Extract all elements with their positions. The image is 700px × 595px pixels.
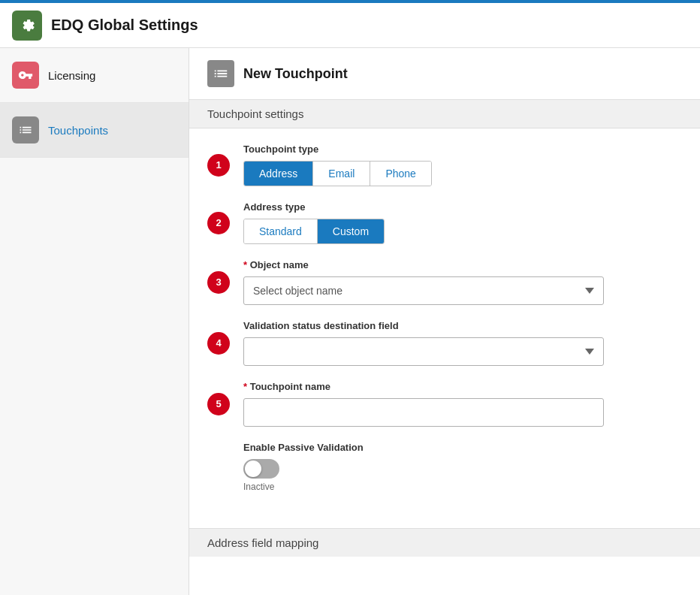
passive-validation-toggle[interactable] (243, 459, 279, 479)
address-type-group: 2 Address type Standard Custom (243, 201, 682, 244)
sidebar-item-licensing[interactable]: Licensing (0, 48, 189, 103)
object-name-select[interactable]: Select object name (243, 276, 604, 305)
list-icon (213, 65, 229, 82)
validation-status-select[interactable] (243, 337, 604, 366)
touchpoint-type-address[interactable]: Address (244, 162, 313, 186)
main-layout: Licensing Touchpoints New Touchpoint Tou… (0, 48, 700, 595)
touchpoint-type-phone[interactable]: Phone (370, 162, 430, 186)
passive-validation-group: Enable Passive Validation Inactive (243, 442, 682, 492)
address-type-standard[interactable]: Standard (244, 219, 318, 243)
touchpoint-name-label: * Touchpoint name (243, 381, 682, 392)
required-star: * (243, 259, 247, 270)
toggle-thumb (245, 461, 261, 477)
gear-icon (18, 17, 36, 35)
licensing-icon (12, 62, 39, 89)
app-header: EDQ Global Settings (0, 0, 700, 48)
step-badge-4: 4 (207, 332, 230, 355)
required-star-2: * (243, 381, 247, 392)
address-type-buttons: Standard Custom (243, 219, 385, 244)
step-badge-2: 2 (207, 212, 230, 234)
address-type-custom[interactable]: Custom (318, 219, 384, 243)
passive-validation-label: Enable Passive Validation (243, 442, 682, 453)
main-content: New Touchpoint Touchpoint settings 1 Tou… (189, 48, 700, 595)
touchpoint-type-buttons: Address Email Phone (243, 161, 432, 186)
licensing-label: Licensing (48, 69, 95, 82)
address-field-mapping-header: Address field mapping (189, 528, 700, 557)
step-badge-1: 1 (207, 154, 230, 177)
touchpoint-name-group: 5 * Touchpoint name (243, 381, 682, 427)
form-area: 1 Touchpoint type Address Email Phone 2 … (189, 128, 700, 522)
validation-status-group: 4 Validation status destination field (243, 320, 682, 366)
touchpoints-label: Touchpoints (48, 124, 108, 137)
validation-status-label: Validation status destination field (243, 320, 682, 331)
page-header: New Touchpoint (189, 48, 700, 100)
touchpoints-icon (12, 116, 39, 143)
touchpoint-type-group: 1 Touchpoint type Address Email Phone (243, 143, 682, 186)
app-logo (12, 11, 42, 41)
step-badge-5: 5 (207, 393, 230, 415)
passive-validation-status: Inactive (243, 482, 274, 492)
sidebar-item-touchpoints[interactable]: Touchpoints (0, 103, 189, 158)
passive-validation-toggle-wrapper: Inactive (243, 459, 682, 492)
step-badge-3: 3 (207, 271, 230, 294)
object-name-label: * Object name (243, 259, 682, 270)
touchpoint-type-label: Touchpoint type (243, 143, 682, 155)
touchpoint-name-input[interactable] (243, 398, 604, 427)
page-title: New Touchpoint (243, 66, 348, 82)
sidebar: Licensing Touchpoints (0, 48, 189, 595)
app-title: EDQ Global Settings (51, 17, 198, 34)
touchpoint-settings-header: Touchpoint settings (189, 100, 700, 128)
page-header-icon (207, 60, 234, 87)
address-type-label: Address type (243, 201, 682, 213)
touchpoint-type-email[interactable]: Email (313, 162, 370, 186)
object-name-group: 3 * Object name Select object name (243, 259, 682, 305)
